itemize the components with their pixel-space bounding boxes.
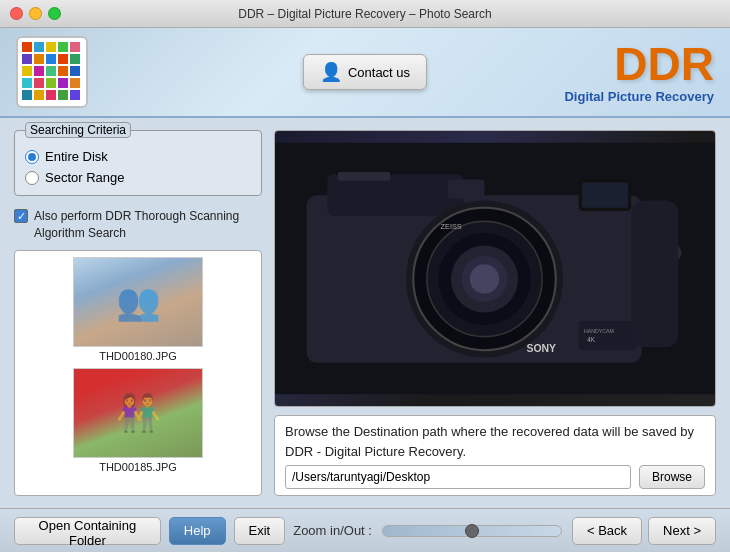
list-item[interactable]: THD00185.JPG [21,368,255,473]
nav-buttons: < Back Next > [572,517,716,545]
exit-button[interactable]: Exit [234,517,286,545]
svg-rect-10 [22,66,32,76]
left-panel: Searching Criteria Entire Disk Sector Ra… [14,130,262,496]
help-button[interactable]: Help [169,517,226,545]
camera-image: HANDYCAM 4K SONY ZEISS [275,131,715,406]
thumbnail-image-2 [73,368,203,458]
path-input[interactable] [285,465,631,489]
svg-rect-16 [34,78,44,88]
list-item[interactable]: THD00180.JPG [21,257,255,362]
svg-point-34 [470,264,499,293]
thorough-scan-checkbox[interactable]: ✓ [14,209,28,223]
thumbnail-name-1: THD00180.JPG [99,350,177,362]
zoom-label: Zoom in/Out : [293,523,372,538]
thumbnail-name-2: THD00185.JPG [99,461,177,473]
radio-sector-range-label: Sector Range [45,170,125,185]
svg-rect-8 [58,54,68,64]
svg-rect-9 [70,54,80,64]
back-button[interactable]: < Back [572,517,642,545]
svg-rect-2 [46,42,56,52]
logo-box [16,36,88,108]
footer-left: Open Containing Folder Help Exit [14,517,285,545]
svg-rect-49 [582,183,628,208]
radio-entire-disk-label: Entire Disk [45,149,108,164]
browse-button[interactable]: Browse [639,465,705,489]
svg-text:HANDYCAM: HANDYCAM [584,328,614,334]
contact-label: Contact us [348,65,410,80]
thumbnail-image-1 [73,257,203,347]
search-criteria-box: Searching Criteria Entire Disk Sector Ra… [14,130,262,196]
thorough-scan-row[interactable]: ✓ Also perform DDR Thorough Scanning Alg… [14,208,262,242]
radio-sector-range[interactable]: Sector Range [25,170,251,185]
contact-button[interactable]: 👤 Contact us [303,54,427,90]
zoom-slider[interactable] [382,525,562,537]
open-folder-button[interactable]: Open Containing Folder [14,517,161,545]
svg-rect-3 [58,42,68,52]
svg-text:ZEISS: ZEISS [441,222,462,231]
main-content: Searching Criteria Entire Disk Sector Ra… [0,118,730,508]
titlebar: DDR – Digital Picture Recovery – Photo S… [0,0,730,28]
svg-rect-18 [58,78,68,88]
svg-rect-19 [70,78,80,88]
footer: Open Containing Folder Help Exit Zoom in… [0,508,730,552]
svg-rect-17 [46,78,56,88]
close-button[interactable] [10,7,23,20]
svg-rect-5 [22,54,32,64]
svg-rect-21 [34,90,44,100]
info-box: Browse the Destination path where the re… [274,415,716,496]
brand-subtitle: Digital Picture Recovery [564,89,714,104]
svg-text:4K: 4K [587,336,595,343]
radio-entire-disk[interactable]: Entire Disk [25,149,251,164]
maximize-button[interactable] [48,7,61,20]
svg-rect-42 [631,200,678,347]
search-criteria-legend: Searching Criteria [25,122,131,138]
titlebar-buttons [10,7,61,20]
minimize-button[interactable] [29,7,42,20]
logo-icon [22,42,82,102]
zoom-slider-wrap [382,525,562,537]
svg-rect-1 [34,42,44,52]
svg-rect-37 [338,172,390,180]
svg-rect-50 [448,179,485,198]
svg-rect-14 [70,66,80,76]
path-row: Browse [285,465,705,489]
radio-entire-disk-indicator [25,150,39,164]
svg-rect-7 [46,54,56,64]
info-text: Browse the Destination path where the re… [285,424,694,459]
svg-rect-11 [34,66,44,76]
brand-area: DDR Digital Picture Recovery [564,41,714,104]
svg-rect-4 [70,42,80,52]
header: 👤 Contact us DDR Digital Picture Recover… [0,28,730,118]
thorough-scan-label: Also perform DDR Thorough Scanning Algor… [34,208,262,242]
brand-title: DDR [564,41,714,87]
svg-rect-6 [34,54,44,64]
svg-text:SONY: SONY [526,343,556,354]
radio-sector-range-indicator [25,171,39,185]
next-button[interactable]: Next > [648,517,716,545]
window-title: DDR – Digital Picture Recovery – Photo S… [238,7,491,21]
svg-rect-15 [22,78,32,88]
svg-rect-20 [22,90,32,100]
camera-preview: HANDYCAM 4K SONY ZEISS [274,130,716,407]
right-panel: HANDYCAM 4K SONY ZEISS Browse the Destin… [274,130,716,496]
svg-rect-12 [46,66,56,76]
svg-rect-24 [70,90,80,100]
svg-rect-22 [46,90,56,100]
svg-rect-23 [58,90,68,100]
svg-rect-0 [22,42,32,52]
footer-right: Zoom in/Out : < Back Next > [293,517,716,545]
thumbnail-area: THD00180.JPG THD00185.JPG [14,250,262,496]
svg-rect-13 [58,66,68,76]
thumbnail-scroll[interactable]: THD00180.JPG THD00185.JPG [15,251,261,495]
contact-icon: 👤 [320,61,342,83]
